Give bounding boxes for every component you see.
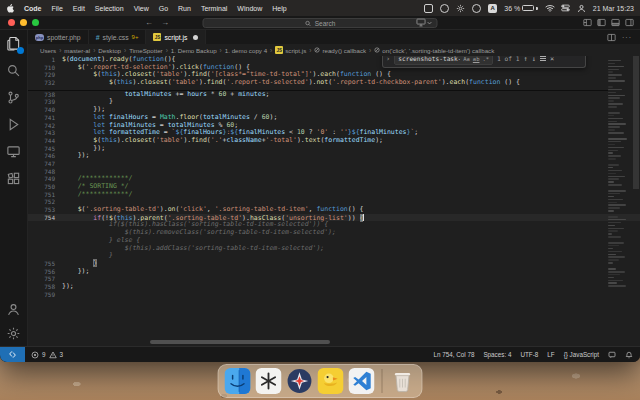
line-number[interactable]: 759 (28, 291, 62, 299)
menu-view[interactable]: View (134, 5, 149, 12)
user-switcher-icon[interactable] (577, 4, 586, 13)
code-line[interactable]: 751 /************/ (28, 191, 640, 199)
vertical-scrollbar[interactable] (632, 56, 640, 346)
search-sidebar-icon[interactable] (6, 63, 22, 79)
find-close-button[interactable]: × (550, 56, 554, 63)
code-editor[interactable]: 1$(document).ready(function(){710 $('.re… (28, 56, 640, 346)
toggle-secondary-sidebar-icon[interactable] (625, 18, 634, 27)
line-number[interactable] (28, 229, 62, 237)
input-source-icon[interactable]: A (488, 4, 497, 13)
split-editor-icon[interactable] (607, 33, 616, 42)
line-number[interactable]: 710 (28, 64, 62, 72)
code-line[interactable]: 738 totalMinutes += hours * 60 + minutes… (28, 91, 640, 99)
navigate-forward-button[interactable]: → (161, 16, 169, 30)
breadcrumb-item[interactable]: master-al (64, 47, 90, 54)
finder-dock-icon[interactable] (225, 368, 251, 394)
line-number[interactable]: 748 (28, 168, 62, 176)
feedback-icon[interactable] (608, 351, 616, 359)
control-center-icon[interactable] (561, 4, 570, 13)
breadcrumb-item[interactable]: ready() callback (314, 47, 366, 54)
cursor-position[interactable]: Ln 754, Col 78 (433, 351, 474, 358)
line-number[interactable] (28, 245, 62, 253)
match-case-toggle[interactable]: Aa (463, 56, 470, 62)
code-line[interactable]: 745 }); (28, 145, 640, 153)
eol-sequence[interactable]: LF (547, 351, 554, 358)
toggle-primary-sidebar-icon[interactable] (597, 18, 606, 27)
warnings-icon[interactable] (49, 351, 57, 359)
close-window-button[interactable] (8, 19, 15, 26)
code-line[interactable]: 756 }); (28, 268, 640, 276)
line-number[interactable]: 753 (28, 206, 62, 214)
menu-file[interactable]: File (52, 5, 63, 12)
line-number[interactable]: 745 (28, 145, 62, 153)
line-number[interactable]: 750 (28, 183, 62, 191)
line-number[interactable]: 743 (28, 129, 62, 137)
menubar-clock[interactable]: 21 Mar 15:23 (593, 5, 634, 12)
code-line[interactable]: $(this).addClass('sorting-table-td-item-… (28, 245, 640, 253)
breadcrumb-item[interactable]: 1. Demo Backup (171, 47, 217, 54)
code-line[interactable]: 753 $('.sorting-table-td').on('click', '… (28, 206, 640, 214)
minimize-window-button[interactable] (20, 19, 27, 26)
breadcrumb-item[interactable]: 1. demo copy 4 (225, 47, 267, 54)
line-number[interactable]: 755 (28, 260, 62, 268)
line-number[interactable]: 729 (28, 71, 62, 79)
code-line[interactable]: 758}); (28, 283, 640, 291)
indentation[interactable]: Spaces: 4 (483, 351, 511, 358)
accounts-icon[interactable] (6, 302, 22, 318)
explorer-icon[interactable] (6, 36, 22, 52)
line-number[interactable]: 754 (28, 214, 62, 222)
regex-toggle[interactable]: .* (482, 56, 489, 62)
errors-icon[interactable] (31, 351, 39, 359)
menu-terminal[interactable]: Terminal (201, 5, 227, 12)
command-center-search[interactable]: Search (203, 18, 438, 28)
breadcrumb-item[interactable]: JSscript.js (275, 46, 306, 54)
line-number[interactable] (28, 252, 62, 260)
code-line[interactable]: 757 (28, 275, 640, 283)
extensions-icon[interactable] (6, 171, 22, 187)
line-number[interactable]: 744 (28, 137, 62, 145)
find-in-selection-toggle[interactable] (540, 56, 546, 61)
more-actions-icon[interactable]: ··· (622, 34, 632, 41)
find-toggle-replace-icon[interactable]: › (386, 56, 390, 63)
breadcrumb-item[interactable]: Desktop (98, 47, 121, 54)
tab-style.css[interactable]: #style.css9+ (89, 30, 147, 44)
unsaved-dot-icon[interactable] (193, 35, 198, 40)
menu-selection[interactable]: Selection (95, 5, 124, 12)
find-previous-button[interactable]: ↑ (523, 56, 527, 63)
line-number[interactable]: 757 (28, 275, 62, 283)
line-number[interactable]: 739 (28, 98, 62, 106)
breadcrumb-item[interactable]: Users (40, 47, 56, 54)
line-number[interactable]: 751 (28, 191, 62, 199)
apple-menu-icon[interactable] (6, 3, 14, 13)
code-line[interactable]: 744 $(this).closest('table').find('.'+cl… (28, 137, 640, 145)
zoom-window-button[interactable] (32, 19, 39, 26)
customize-layout-icon[interactable] (583, 18, 592, 27)
duck-dock-icon[interactable] (318, 368, 344, 394)
settings-gear-icon[interactable] (6, 326, 22, 342)
line-number[interactable]: 742 (28, 122, 62, 130)
line-number[interactable]: 1 (28, 56, 62, 64)
line-number[interactable]: 758 (28, 283, 62, 291)
code-line[interactable]: 759 (28, 291, 640, 299)
code-line[interactable]: 746 }); (28, 152, 640, 160)
menu-help[interactable]: Help (272, 5, 286, 12)
line-number[interactable]: 747 (28, 160, 62, 168)
menubar-gear-icon[interactable] (456, 4, 465, 13)
notifications-bell-icon[interactable] (625, 351, 633, 359)
title-bar[interactable]: ← → Search (0, 16, 640, 30)
remote-indicator[interactable] (0, 347, 25, 362)
trash-dock-icon[interactable] (390, 368, 416, 394)
source-control-icon[interactable] (6, 90, 22, 106)
whole-word-toggle[interactable]: ab (473, 56, 480, 62)
line-number[interactable]: 738 (28, 91, 62, 99)
line-number[interactable]: 732 (28, 79, 62, 87)
breadcrumb-item[interactable]: on('click', '.sorting-table-td-item') ca… (374, 47, 494, 54)
code-line[interactable]: 732 $(this).closest('table').find('.repo… (28, 79, 640, 87)
menu-edit[interactable]: Edit (73, 5, 85, 12)
line-number[interactable]: 740 (28, 106, 62, 114)
run-debug-icon[interactable] (6, 117, 22, 133)
menu-code[interactable]: Code (24, 5, 42, 12)
minimap[interactable] (608, 57, 632, 340)
menu-go[interactable]: Go (159, 5, 168, 12)
breadcrumb-item[interactable]: TimeSpotter (129, 47, 162, 54)
